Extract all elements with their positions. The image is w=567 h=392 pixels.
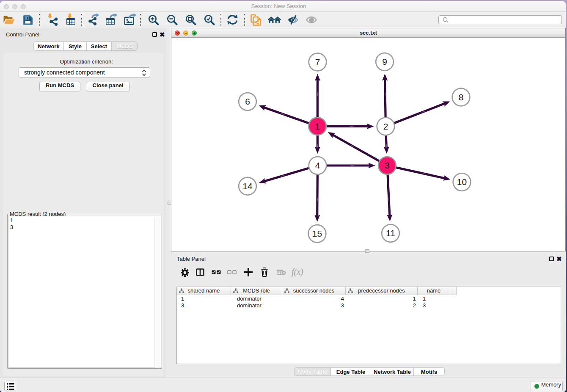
- svg-text:10: 10: [457, 177, 467, 187]
- svg-text:3: 3: [385, 160, 390, 170]
- svg-text:2: 2: [383, 121, 388, 131]
- svg-text:6: 6: [245, 97, 250, 106]
- svg-text:9: 9: [382, 57, 387, 66]
- svg-text:8: 8: [459, 92, 464, 102]
- svg-text:15: 15: [312, 229, 322, 238]
- svg-text:14: 14: [242, 181, 253, 191]
- svg-text:1: 1: [315, 121, 320, 131]
- svg-text:7: 7: [315, 57, 320, 67]
- svg-text:4: 4: [315, 160, 320, 170]
- svg-text:11: 11: [386, 228, 395, 238]
